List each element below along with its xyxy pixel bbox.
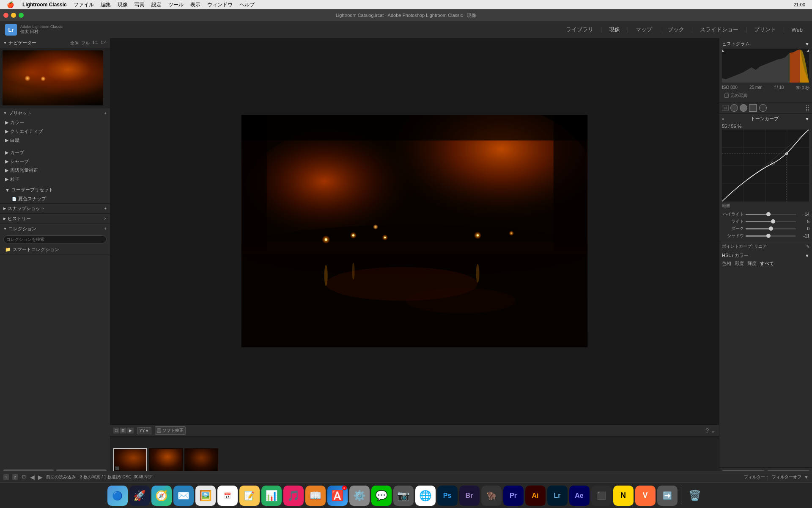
user-presets-group[interactable]: ▼ ユーザープリセット: [0, 185, 110, 194]
page-indicator-1[interactable]: 1: [3, 474, 9, 480]
toolbar-right-btn1[interactable]: ?: [705, 427, 709, 434]
nav-develop[interactable]: 現像: [605, 24, 624, 35]
preset-group-curve[interactable]: ▶ カーブ: [0, 148, 110, 157]
point-curve-edit-btn[interactable]: ✎: [806, 244, 809, 249]
checkbox-toolbar[interactable]: ソフト校正: [155, 426, 186, 435]
nav-library[interactable]: ライブラリ: [562, 24, 598, 35]
nav-left-btn[interactable]: ◀: [30, 474, 35, 480]
nav-view-all[interactable]: 全体: [70, 40, 79, 46]
original-photo-checkbox[interactable]: [724, 94, 729, 98]
presets-add-btn[interactable]: +: [104, 111, 107, 116]
preset-group-vignette[interactable]: ▶ 周辺光量補正: [0, 166, 110, 175]
light-thumb[interactable]: [771, 219, 775, 224]
nav-web[interactable]: Web: [787, 25, 807, 35]
light-track[interactable]: [746, 221, 796, 222]
menu-file[interactable]: ファイル: [74, 1, 94, 8]
grid-view-btn[interactable]: ⊞: [22, 474, 26, 480]
nav-view-1-4[interactable]: 1:4: [101, 40, 107, 46]
nav-print[interactable]: プリント: [750, 24, 780, 35]
dock-aftereffects[interactable]: Ae: [569, 486, 590, 506]
history-header[interactable]: ▶ ヒストリー ×: [0, 214, 110, 224]
dock-photos[interactable]: 🖼️: [195, 486, 216, 506]
collections-add-btn[interactable]: +: [104, 226, 107, 231]
dark-track[interactable]: [746, 228, 796, 229]
preset-group-color[interactable]: ▶ カラー: [0, 118, 110, 127]
dock-launchpad[interactable]: 🚀: [129, 486, 150, 506]
dock-safari[interactable]: 🧭: [151, 486, 172, 506]
dock-lightroom[interactable]: Lr: [547, 486, 568, 506]
highlight-track[interactable]: [746, 214, 796, 215]
film-thumb-2[interactable]: [149, 448, 183, 472]
menu-settings[interactable]: 設定: [151, 1, 162, 8]
dock-terminal[interactable]: ⬛: [591, 486, 612, 506]
preset-group-bw[interactable]: ▶ 白黒: [0, 136, 110, 145]
preset-group-creative[interactable]: ▶ クリエイティブ: [0, 127, 110, 136]
smart-collection-item[interactable]: 📁 スマートコレクション: [0, 245, 110, 254]
histogram-collapse-btn[interactable]: ▼: [805, 41, 809, 47]
menu-develop[interactable]: 現像: [118, 1, 128, 8]
menu-tools[interactable]: ツール: [168, 1, 184, 8]
snapshots-add-btn[interactable]: +: [104, 206, 107, 211]
single-view-btn[interactable]: □: [113, 428, 119, 433]
nav-slideshow[interactable]: スライドショー: [696, 24, 743, 35]
shadow-track[interactable]: [746, 235, 796, 237]
dock-mail[interactable]: ✉️: [173, 486, 194, 506]
dock-appstore[interactable]: 🅰️ 3: [327, 486, 348, 506]
preset-group-grain[interactable]: ▶ 粒子: [0, 175, 110, 184]
navigator-header[interactable]: ▼ ナビゲーター 全体 フル 1:1 1:4: [0, 38, 110, 48]
dock-systemprefs[interactable]: ⚙️: [349, 486, 370, 506]
hsl-tab-luminance[interactable]: 輝度: [747, 260, 757, 267]
filter-btn[interactable]: ▼: [804, 475, 809, 480]
tool-btn-circle1[interactable]: [730, 104, 738, 112]
dock-finder[interactable]: 🔵: [107, 486, 128, 506]
dock-vectornator[interactable]: V: [635, 486, 656, 506]
dark-thumb[interactable]: [769, 226, 773, 231]
dock-nikon[interactable]: N: [613, 486, 634, 506]
collection-search-input[interactable]: [3, 235, 107, 243]
app-name[interactable]: Lightroom Classic: [22, 2, 67, 8]
dock-books[interactable]: 📖: [305, 486, 326, 506]
filter-value[interactable]: フィルターオフ: [772, 474, 801, 480]
tool-btn-slider[interactable]: ⣿: [805, 105, 809, 111]
preset-group-sharp[interactable]: ▶ シャープ: [0, 157, 110, 166]
tool-btn-square[interactable]: [749, 104, 757, 112]
history-close-btn[interactable]: ×: [104, 216, 107, 221]
dock-notes[interactable]: 📝: [239, 486, 260, 506]
menu-help[interactable]: ヘルプ: [239, 1, 255, 8]
survey-view-btn[interactable]: ▶: [127, 428, 134, 433]
nav-view-1-1[interactable]: 1:1: [92, 40, 98, 46]
dock-trash[interactable]: 🗑️: [685, 486, 705, 506]
close-button[interactable]: [3, 13, 8, 18]
collections-header[interactable]: ▼ コレクション +: [0, 224, 110, 234]
dock-music[interactable]: 🎵: [283, 486, 304, 506]
hsl-tab-saturation[interactable]: 彩度: [735, 260, 744, 267]
tool-btn-oval[interactable]: [759, 104, 767, 112]
nav-map[interactable]: マップ: [631, 24, 656, 35]
dock-migrate[interactable]: ➡️: [657, 486, 678, 506]
film-thumb-1[interactable]: ⬛: [113, 448, 147, 472]
dock-horns[interactable]: 🦬: [481, 486, 502, 506]
nav-view-full[interactable]: フル: [81, 40, 90, 46]
tool-btn-grid[interactable]: ⊞: [722, 105, 729, 111]
highlight-thumb[interactable]: [766, 212, 771, 216]
dock-bridge[interactable]: Br: [459, 486, 480, 506]
presets-header[interactable]: ▼ プリセット +: [0, 108, 110, 118]
hsl-tab-hue[interactable]: 色相: [722, 260, 731, 267]
shadow-thumb[interactable]: [766, 234, 771, 238]
tone-curve-dot[interactable]: ●: [722, 117, 724, 121]
tone-curve-canvas[interactable]: [722, 130, 809, 202]
compare-view-btn[interactable]: ⊞: [120, 428, 126, 433]
dock-chrome[interactable]: 🌐: [415, 486, 436, 506]
date-filter-btn[interactable]: YY▼: [137, 427, 151, 434]
menu-photo[interactable]: 写真: [134, 1, 145, 8]
dock-illustrator[interactable]: Ai: [525, 486, 546, 506]
nav-right-btn[interactable]: ▶: [38, 474, 43, 480]
tone-curve-collapse[interactable]: ▼: [805, 116, 809, 121]
page-indicator-2[interactable]: 2: [12, 474, 18, 480]
snapshots-header[interactable]: ▶ スナップショット +: [0, 204, 110, 213]
menu-view[interactable]: 表示: [190, 1, 200, 8]
dock-numbers[interactable]: 📊: [261, 486, 282, 506]
menu-edit[interactable]: 編集: [101, 1, 111, 8]
dock-calendar[interactable]: 📅: [217, 486, 238, 506]
menu-window[interactable]: ウィンドウ: [207, 1, 233, 8]
